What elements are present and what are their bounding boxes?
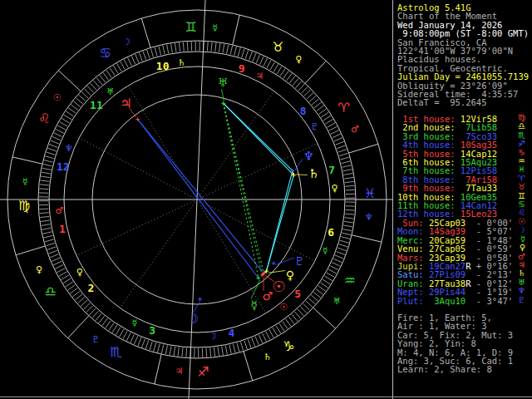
house-cusp-line — [76, 200, 197, 256]
degree-tick — [167, 45, 169, 54]
wheel-planet-Sun-icon: ☉ — [273, 278, 286, 295]
aspect-Uranus-Neptune — [224, 103, 293, 170]
degree-tick — [330, 266, 338, 270]
wheel-sign-pisces-icon: ♓ — [364, 185, 376, 201]
degree-tick — [323, 116, 331, 121]
sign-boundary — [141, 18, 150, 47]
wheel-planet-Saturn-icon: ♄ — [308, 166, 319, 181]
degree-tick — [46, 243, 55, 245]
house-ruler-icon: ♂ — [56, 205, 64, 216]
planet-pointer-Venus — [268, 271, 285, 273]
degree-tick — [345, 218, 354, 219]
degree-tick — [60, 122, 68, 126]
degree-tick — [292, 314, 298, 321]
degree-tick — [255, 337, 259, 345]
aspect-Jupiter-Sun — [138, 120, 264, 274]
degree-tick — [334, 138, 342, 141]
sign-boundary — [313, 308, 336, 328]
degree-tick — [92, 311, 98, 318]
degree-tick — [179, 42, 180, 52]
house-number-8: 8 — [300, 105, 307, 117]
house-cusp-line — [197, 91, 274, 200]
degree-tick — [155, 47, 157, 57]
house-ruler-icon: ♇ — [310, 121, 318, 132]
degree-tick — [312, 99, 318, 105]
degree-tick — [207, 42, 208, 51]
degree-tick — [116, 63, 121, 71]
degree-tick — [339, 244, 347, 247]
degree-tick — [313, 292, 321, 298]
wheel-sign-ruler-icon: ♆ — [365, 212, 373, 223]
degree-tick — [339, 153, 348, 155]
degree-tick — [45, 156, 54, 159]
degree-tick — [303, 303, 310, 310]
degree-tick — [62, 118, 69, 123]
degree-tick — [319, 109, 327, 114]
wheel-sign-capricorn-icon: ♑ — [283, 338, 294, 354]
degree-tick — [174, 347, 175, 356]
degree-tick — [47, 247, 56, 249]
degree-tick — [45, 239, 54, 242]
degree-tick — [309, 96, 316, 101]
panel-divider-line — [392, 0, 393, 399]
wheel-planet-Uranus-icon: ♅ — [218, 76, 229, 89]
sign-boundary — [58, 71, 81, 91]
house-number-3: 3 — [149, 324, 155, 337]
degree-tick — [90, 308, 96, 315]
header-text: DeltaT = 95.2645 — [397, 97, 486, 107]
degree-tick — [300, 307, 307, 313]
degree-tick — [49, 145, 57, 148]
wheel-sign-leo-icon: ♌ — [38, 111, 50, 126]
degree-tick — [252, 338, 255, 347]
zodiac-sign-icon: ♐ — [518, 140, 525, 148]
house-number-4: 4 — [228, 327, 234, 339]
degree-tick — [42, 228, 52, 229]
degree-tick — [96, 77, 102, 84]
wheel-sign-cancer-icon: ♋ — [100, 45, 111, 61]
degree-tick — [128, 57, 132, 66]
degree-tick — [81, 92, 88, 98]
aspect-Jupiter-Mercury — [138, 120, 259, 278]
degree-tick — [280, 68, 285, 76]
degree-tick — [298, 84, 304, 91]
wheel-sign-ruler-icon: ♂ — [351, 124, 359, 135]
degree-tick — [248, 339, 251, 347]
house-cusp-line — [197, 200, 266, 313]
degree-tick — [342, 229, 352, 231]
degree-tick — [57, 268, 66, 273]
house-ruler-icon: ♆ — [65, 143, 73, 154]
degree-tick — [50, 254, 58, 258]
chart-wheel: ♈♂♉♀♊☿♋☽♌☉♍☿♎♀♏♇♐♃♑♄♒♅♓♆1♂2♀3☿4☽5☉6☿7♀8♇… — [0, 0, 392, 399]
aspect-Venus-Neptune — [267, 170, 293, 271]
degree-tick — [229, 345, 231, 354]
wheel-sign-ruler-icon: ☿ — [212, 22, 218, 33]
degree-tick — [100, 75, 106, 82]
degree-tick — [328, 123, 336, 127]
degree-tick — [112, 325, 117, 332]
screen-bottom-border — [0, 397, 532, 397]
house-number-9: 9 — [239, 62, 245, 75]
degree-tick — [56, 129, 64, 133]
degree-tick — [304, 90, 311, 96]
house-cusp-list: 1st house: 12Vir58♍ 2nd house: 7Lib58♎ 3… — [397, 115, 531, 219]
wheel-planet-Pluto-icon: ♇ — [294, 254, 305, 268]
degree-tick — [142, 339, 145, 347]
house-ruler-icon: ♀ — [331, 183, 337, 194]
wheel-sign-gemini-icon: ♊ — [185, 19, 196, 35]
degree-tick — [345, 214, 354, 214]
wheel-sign-ruler-icon: ☽ — [122, 37, 131, 47]
zodiac-sign-icon: ♎ — [518, 122, 525, 131]
degree-tick — [269, 330, 273, 338]
degree-tick — [308, 298, 315, 304]
degree-tick — [145, 340, 149, 348]
degree-tick — [124, 60, 128, 68]
degree-tick — [340, 240, 349, 243]
wheel-planet-Neptune-icon: ♆ — [303, 149, 314, 164]
degree-tick — [342, 233, 351, 234]
sign-boundary — [68, 316, 89, 338]
degree-tick — [253, 53, 256, 62]
house-ruler-icon: ☉ — [279, 302, 288, 313]
wheel-planet-Venus-icon: ♀ — [286, 268, 294, 282]
planet-label: Plut: — [397, 296, 429, 306]
house-number-6: 6 — [328, 226, 334, 239]
